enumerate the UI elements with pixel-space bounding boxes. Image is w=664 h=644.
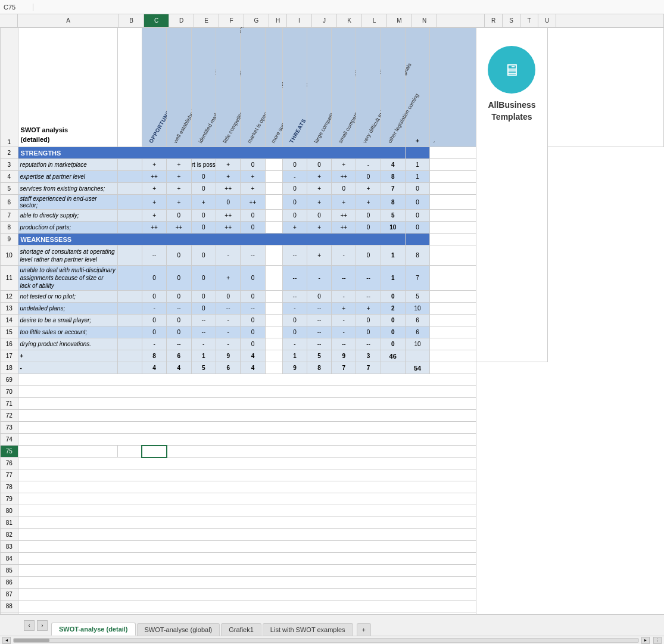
threats-header-cell: THREATS — [282, 28, 307, 147]
tab-bar: ‹ › SWOT-analyse (detail) SWOT-analyse (… — [0, 615, 664, 636]
col-header-S[interactable]: S — [503, 14, 520, 27]
table-row: 7 able to directly supply; + 0 0 ++ 0 0 … — [1, 210, 664, 222]
diag-very-difficult: very difficult to interpret market signa… — [356, 28, 381, 147]
empty-row: 89 — [1, 612, 664, 615]
plus-totals-row: 17 + 8 6 1 9 4 1 5 9 3 46 — [1, 350, 664, 362]
empty-row: 72 — [1, 410, 664, 422]
diag-large-competitors: large competitors that are operating at … — [307, 28, 332, 147]
empty-row: 88 — [1, 601, 664, 612]
col-header-M[interactable]: M — [387, 14, 412, 27]
col-header-J[interactable]: J — [312, 14, 337, 27]
empty-row: 80 — [1, 505, 664, 517]
empty-row: 76 — [1, 458, 664, 469]
logo-brand-text: AllBusinessTemplates — [482, 99, 541, 123]
horizontal-scrollbar[interactable]: ◂ ▸ ⋮ — [0, 636, 664, 644]
table-row: 5 services from existing branches; + + 0… — [1, 183, 664, 195]
col-header-I[interactable]: I — [287, 14, 312, 27]
col-header-K[interactable]: K — [337, 14, 362, 27]
col-header-D[interactable]: D — [169, 14, 194, 27]
scroll-left-button[interactable]: ◂ — [2, 637, 11, 644]
diag-market-open: market is open to innovations — [241, 28, 265, 147]
nav-prev-button[interactable]: ‹ — [24, 620, 35, 631]
table-row: 4 expertise at partner level ++ + 0 + + … — [1, 171, 664, 183]
more-sheets-button[interactable]: ⋮ — [653, 637, 662, 644]
empty-row: 87 — [1, 589, 664, 601]
cell-reference[interactable]: C75 — [4, 4, 33, 11]
table-row: 12 not tested or no pilot; 0 0 0 0 0 -- … — [1, 291, 664, 303]
scroll-right-button[interactable]: ▸ — [641, 637, 650, 644]
tab-list-swot[interactable]: List with SWOT examples — [263, 623, 353, 636]
add-sheet-button[interactable]: + — [357, 623, 371, 636]
col-header-T[interactable]: T — [520, 14, 538, 27]
col-header-H[interactable]: H — [269, 14, 287, 27]
table-row: 6 staff experienced in end-user sector; … — [1, 195, 664, 210]
diag-small-competitors: small competitors that invade the market… — [332, 28, 356, 147]
empty-row: 82 — [1, 529, 664, 541]
col-header-G[interactable]: G — [244, 14, 269, 27]
empty-row: 85 — [1, 565, 664, 577]
empty-row: 74 — [1, 434, 664, 446]
empty-row: 81 — [1, 517, 664, 529]
col-header-E[interactable]: E — [194, 14, 219, 27]
table-row: 15 too little sales or account; 0 0 -- -… — [1, 326, 664, 338]
main-scroll-area[interactable]: A B C D E F G H I J K L M N R S T U — [0, 14, 664, 614]
empty-row: 83 — [1, 541, 664, 553]
table-row: 13 undetailed plans; - -- 0 -- -- - -- +… — [1, 303, 664, 315]
table-row: 16 drying product innovations. - -- - - … — [1, 338, 664, 350]
empty-row: 70 — [1, 386, 664, 398]
empty-row: 77 — [1, 469, 664, 481]
scroll-thumb — [14, 639, 49, 642]
formula-bar: C75 — [0, 0, 664, 14]
table-row: 3 reputation in marketplace + + rt is po… — [1, 159, 664, 171]
col-header-F[interactable]: F — [219, 14, 244, 27]
tab-grafiek[interactable]: Grafiek1 — [221, 623, 261, 636]
diag-identified-market: identified market in areas other than co… — [191, 28, 216, 147]
empty-row: 78 — [1, 481, 664, 493]
empty-row: 79 — [1, 493, 664, 505]
table-row: 14 desire to be a small player; 0 0 -- -… — [1, 315, 664, 326]
plus-col-header: + — [405, 28, 429, 147]
active-empty-row: 75 — [1, 446, 664, 458]
diagonal-header-row: 1 SWOT analysis (detailed) OPPORTUNITIES… — [1, 28, 664, 147]
col-header-B[interactable]: B — [119, 14, 144, 27]
tab-swot-detail[interactable]: SWOT-analyse (detail) — [51, 623, 136, 636]
col-header-A[interactable]: A — [18, 14, 119, 27]
diag-well-established: well established position with a well de… — [167, 28, 191, 147]
diag-other-legislation: other legislation coming — [381, 28, 405, 147]
empty-row: 84 — [1, 553, 664, 565]
table-row: 11 unable to deal with multi-disciplinar… — [1, 266, 664, 291]
empty-row: 69 — [1, 374, 664, 386]
empty-row: 86 — [1, 577, 664, 589]
col-header-N[interactable]: N — [412, 14, 437, 27]
active-cell[interactable] — [142, 446, 166, 458]
opp-header-cell: OPPORTUNITIES — [142, 28, 166, 147]
spreadsheet-table: 1 SWOT analysis (detailed) OPPORTUNITIES… — [0, 27, 664, 614]
col-header-L[interactable]: L — [362, 14, 387, 27]
weaknesses-header-row: 9 WEAKNESSESS — [1, 234, 664, 245]
nav-next-button[interactable]: › — [37, 620, 48, 631]
monitor-icon: 🖥 — [503, 60, 520, 80]
logo-area: 🖥 AllBusinessTemplates — [482, 46, 541, 123]
bottom-bar: ‹ › SWOT-analyse (detail) SWOT-analyse (… — [0, 614, 664, 644]
scroll-track[interactable] — [13, 638, 639, 643]
col-header-gap — [437, 14, 485, 27]
column-headers-row: A B C D E F G H I J K L M N R S T U — [0, 14, 664, 27]
col-header-U[interactable]: U — [538, 14, 556, 27]
table-row: 8 production of parts; ++ ++ 0 ++ 0 + + … — [1, 222, 664, 234]
table-row: 10 shortage of consultants at operating … — [1, 245, 664, 266]
logo-circle: 🖥 — [488, 46, 535, 94]
strengths-header-row: 2 STRENGTHS — [1, 147, 664, 159]
diag-little-competition: little competition decisively — [216, 28, 241, 147]
swot-title-cell: SWOT analysis (detailed) — [18, 28, 117, 147]
tab-swot-global[interactable]: SWOT-analyse (global) — [137, 623, 220, 636]
spreadsheet-app: C75 A B C D E F G H I J K L M N — [0, 0, 664, 644]
minus-totals-row: 18 - 4 4 5 6 4 9 8 7 7 54 — [1, 362, 664, 374]
corner-cell — [0, 14, 18, 27]
empty-row: 71 — [1, 398, 664, 410]
diag-more-suppliers: more suppliers on the market — [265, 28, 282, 147]
empty-row: 73 — [1, 422, 664, 434]
col-header-R[interactable]: R — [485, 14, 503, 27]
col-header-C[interactable]: C — [144, 14, 169, 27]
